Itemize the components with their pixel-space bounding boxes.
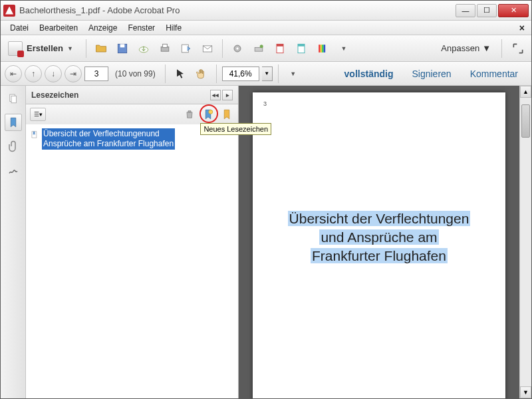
bookmarks-tab[interactable] — [5, 114, 22, 131]
window-title: Bachelorthesis_1.pdf - Adobe Acrobat Pro — [19, 5, 456, 15]
chapter-title: Übersicht der Verflechtungen und Ansprüc… — [253, 209, 505, 265]
sign-panel-button[interactable]: Signieren — [402, 68, 460, 79]
svg-rect-20 — [11, 96, 17, 103]
share-button[interactable] — [177, 39, 196, 58]
svg-rect-12 — [277, 44, 283, 46]
menu-fenster[interactable]: Fenster — [122, 23, 160, 33]
panel-title: Lesezeichen — [31, 90, 78, 100]
pdf-page: 3 Übersicht der Verflechtungen und Anspr… — [253, 92, 505, 398]
toolbar-nav: ⇤ ↑ ↓ ⇥ (10 von 99) 41,6% ▼ ▼ vollständi… — [1, 62, 531, 86]
create-pdf-icon — [8, 41, 23, 56]
page-number-label: 3 — [263, 100, 267, 107]
zoom-dropdown-button[interactable]: ▼ — [262, 66, 273, 81]
bookmark-icon — [30, 130, 39, 140]
svg-rect-18 — [324, 45, 326, 53]
title-bar: Bachelorthesis_1.pdf - Adobe Acrobat Pro… — [1, 1, 531, 21]
last-page-button[interactable]: ⇥ — [65, 65, 82, 82]
select-tool-button[interactable] — [171, 65, 190, 83]
create-label: Erstellen — [27, 43, 63, 53]
svg-rect-9 — [255, 47, 263, 51]
customize-button[interactable]: Anpassen ▼ — [437, 43, 495, 53]
svg-rect-16 — [321, 45, 323, 53]
panel-expand-button[interactable]: ▸ — [222, 90, 233, 100]
document-red-button[interactable] — [271, 39, 289, 58]
panel-rewind-button[interactable]: ◂◂ — [210, 90, 221, 100]
menu-anzeige[interactable]: Anzeige — [83, 23, 122, 33]
side-tab-strip — [1, 86, 26, 398]
fullscreen-button[interactable] — [509, 39, 527, 58]
scroll-track[interactable] — [520, 98, 531, 386]
panel-options-button[interactable]: ☰▾ — [30, 108, 46, 121]
document-teal-button[interactable] — [292, 39, 311, 58]
print-button[interactable] — [156, 39, 174, 58]
svg-rect-14 — [298, 44, 305, 46]
hand-tool-button[interactable] — [192, 65, 211, 83]
svg-rect-4 — [163, 44, 168, 47]
panel-body: Übersicht der Verflechtungenund Ansprüch… — [26, 124, 238, 398]
attachments-tab[interactable] — [5, 138, 22, 155]
next-page-button[interactable]: ↓ — [45, 65, 62, 82]
menu-datei[interactable]: Datei — [5, 23, 34, 33]
scroll-down-button[interactable]: ▼ — [520, 386, 531, 398]
scroll-thumb[interactable] — [521, 104, 530, 138]
bookmark-extra-button[interactable] — [219, 107, 234, 122]
zoom-field[interactable]: 41,6% — [222, 66, 259, 81]
maximize-button[interactable]: ☐ — [477, 4, 497, 17]
chevron-down-icon: ▼ — [482, 43, 491, 53]
email-button[interactable] — [198, 39, 217, 58]
bookmark-text: Übersicht der Verflechtungenund Ansprüch… — [42, 128, 175, 150]
svg-point-8 — [236, 47, 238, 49]
gear-button[interactable] — [228, 39, 247, 58]
main-area: Lesezeichen ◂◂ ▸ ☰▾ Neues Lesezeichen — [1, 86, 531, 398]
chevron-down-icon: ▼ — [67, 45, 73, 52]
more-button[interactable]: ▼ — [334, 39, 353, 58]
svg-rect-1 — [120, 44, 125, 47]
svg-point-21 — [209, 110, 213, 114]
toolbar-main: Erstellen ▼ ▼ Anpassen ▼ — [1, 35, 531, 62]
svg-point-10 — [260, 45, 263, 48]
document-viewer[interactable]: 3 Übersicht der Verflechtungen und Anspr… — [239, 86, 519, 398]
save-button[interactable] — [113, 39, 132, 58]
create-button[interactable]: Erstellen ▼ — [5, 38, 80, 59]
close-button[interactable]: ✕ — [498, 4, 529, 17]
cloud-button[interactable] — [134, 39, 153, 58]
printer-button[interactable] — [249, 39, 268, 58]
zoom-extra-button[interactable]: ▼ — [284, 65, 303, 83]
rainbow-button[interactable] — [313, 39, 332, 58]
bookmarks-panel: Lesezeichen ◂◂ ▸ ☰▾ Neues Lesezeichen — [26, 86, 239, 398]
signatures-tab[interactable] — [5, 162, 22, 179]
pages-tab[interactable] — [5, 90, 22, 107]
open-button[interactable] — [92, 39, 110, 58]
svg-rect-17 — [322, 45, 324, 53]
new-bookmark-button[interactable] — [201, 107, 215, 122]
prev-page-button[interactable]: ↑ — [25, 65, 42, 82]
scroll-up-button[interactable]: ▲ — [520, 86, 531, 98]
first-page-button[interactable]: ⇤ — [5, 65, 22, 82]
menu-bearbeiten[interactable]: Bearbeiten — [34, 23, 83, 33]
app-icon — [3, 5, 15, 17]
minimize-button[interactable]: — — [456, 4, 475, 17]
svg-rect-15 — [319, 45, 321, 53]
page-count-label: (10 von 99) — [111, 69, 160, 78]
page-number-field[interactable] — [84, 66, 108, 81]
menu-close-icon[interactable]: × — [517, 23, 527, 33]
menu-bar: Datei Bearbeiten Anzeige Fenster Hilfe × — [1, 21, 531, 35]
customize-label: Anpassen — [441, 43, 479, 53]
comment-panel-button[interactable]: Kommentar — [461, 68, 527, 79]
menu-hilfe[interactable]: Hilfe — [160, 23, 187, 33]
tooltip: Neues Lesezeichen — [200, 123, 271, 135]
app-window: Bachelorthesis_1.pdf - Adobe Acrobat Pro… — [0, 0, 532, 399]
vertical-scrollbar[interactable]: ▲ ▼ — [519, 86, 531, 398]
delete-bookmark-button[interactable] — [182, 107, 197, 122]
full-panel-button[interactable]: vollständig — [335, 68, 403, 79]
panel-toolbar: ☰▾ Neues Lesezeichen — [26, 104, 238, 124]
panel-header: Lesezeichen ◂◂ ▸ — [26, 86, 238, 104]
